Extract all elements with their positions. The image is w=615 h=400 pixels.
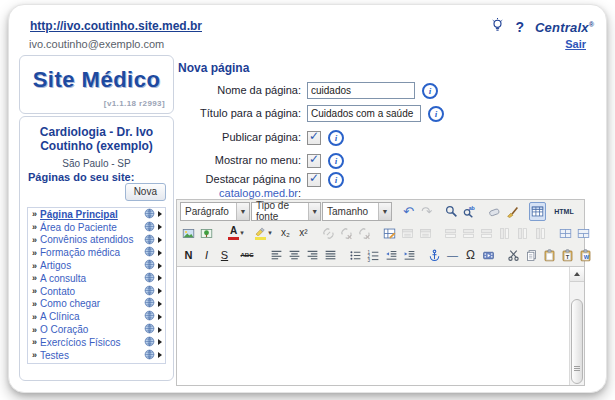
page-link[interactable]: A consulta — [40, 273, 86, 284]
sidebar-item-exercicios-fisicos[interactable]: »Exercícios Físicos — [28, 336, 165, 349]
sidebar-item-testes[interactable]: »Testes — [28, 349, 165, 362]
submenu-arrow-icon[interactable] — [158, 352, 162, 358]
globe-icon[interactable] — [144, 272, 155, 285]
page-link[interactable]: Testes — [40, 350, 69, 361]
paste-word-icon[interactable]: W — [577, 246, 594, 265]
underline-icon[interactable]: S — [216, 246, 233, 265]
catalogo-link[interactable]: catalogo.med.br — [219, 187, 298, 199]
sidebar-item-area-do-paciente[interactable]: »Área do Paciente — [28, 221, 165, 234]
font-color-icon[interactable]: A▾ — [223, 224, 249, 243]
align-right-icon[interactable] — [304, 246, 321, 265]
cut-icon[interactable] — [505, 246, 522, 265]
highlight-color-icon[interactable]: ▾ — [250, 224, 276, 243]
indent-icon[interactable] — [401, 246, 418, 265]
page-link[interactable]: Formação médica — [40, 247, 120, 258]
page-name-input[interactable] — [307, 82, 415, 99]
globe-icon[interactable] — [144, 349, 155, 362]
format-select[interactable]: Parágrafo▼ — [180, 202, 250, 221]
sidebar-item-a-clinica[interactable]: »A Clínica — [28, 310, 165, 323]
page-link[interactable]: A Clínica — [40, 311, 79, 322]
anchor-icon[interactable] — [426, 246, 443, 265]
sidebar-item-o-coracao[interactable]: »O Coração — [28, 323, 165, 336]
undo-icon[interactable]: ↶ — [400, 202, 417, 221]
submenu-arrow-icon[interactable] — [158, 224, 162, 230]
page-link[interactable]: Área do Paciente — [40, 222, 117, 233]
superscript-icon[interactable]: x² — [295, 224, 312, 243]
page-link[interactable]: Como chegar — [40, 298, 100, 309]
align-center-icon[interactable] — [286, 246, 303, 265]
font-family-select[interactable]: Tipo de fonte▼ — [251, 202, 321, 221]
submenu-arrow-icon[interactable] — [158, 237, 162, 243]
lightbulb-icon[interactable] — [491, 17, 504, 37]
logout-link[interactable]: Sair — [565, 38, 586, 50]
media-icon[interactable] — [480, 246, 497, 265]
editor-content[interactable] — [177, 266, 584, 385]
new-page-button[interactable]: Nova — [125, 183, 166, 201]
site-url-link[interactable]: http://ivo.coutinho.site.med.br — [30, 19, 202, 33]
page-link[interactable]: Contato — [40, 286, 75, 297]
page-link[interactable]: Página Principal — [40, 209, 118, 220]
globe-icon[interactable] — [144, 208, 155, 221]
sidebar-item-a-consulta[interactable]: »A consulta — [28, 272, 165, 285]
html-source-icon[interactable]: HTML — [547, 202, 581, 221]
outdent-icon[interactable] — [383, 246, 400, 265]
edit-table-icon[interactable] — [381, 224, 398, 243]
globe-icon[interactable] — [144, 285, 155, 298]
feature-checkbox[interactable] — [307, 173, 321, 187]
show-menu-checkbox[interactable] — [307, 154, 321, 168]
find-replace-icon[interactable]: ab — [461, 202, 478, 221]
submenu-arrow-icon[interactable] — [158, 314, 162, 320]
info-icon[interactable]: i — [428, 106, 444, 122]
scroll-up-icon[interactable] — [570, 267, 584, 282]
info-icon[interactable]: i — [422, 83, 438, 99]
align-justify-icon[interactable] — [322, 246, 339, 265]
merge-cells-icon[interactable] — [575, 224, 592, 243]
globe-icon[interactable] — [144, 336, 155, 349]
globe-icon[interactable] — [144, 323, 155, 336]
split-cells-icon[interactable] — [557, 224, 574, 243]
horizontal-rule-icon[interactable]: — — [444, 246, 461, 265]
info-icon[interactable]: i — [328, 130, 344, 146]
visual-aid-table-icon[interactable] — [529, 202, 546, 221]
help-icon[interactable]: ? — [515, 19, 524, 35]
copy-icon[interactable] — [523, 246, 540, 265]
cleanup-icon[interactable] — [504, 202, 521, 221]
submenu-arrow-icon[interactable] — [158, 263, 162, 269]
page-link[interactable]: Convênios atendidos — [40, 234, 133, 245]
globe-icon[interactable] — [144, 246, 155, 259]
submenu-arrow-icon[interactable] — [158, 275, 162, 281]
subscript-icon[interactable]: x₂ — [277, 224, 294, 243]
strikethrough-icon[interactable]: ABC — [234, 246, 260, 265]
submenu-arrow-icon[interactable] — [158, 339, 162, 345]
page-link[interactable]: O Coração — [40, 324, 88, 335]
page-link[interactable]: Exercícios Físicos — [40, 337, 121, 348]
globe-icon[interactable] — [144, 259, 155, 272]
paste-icon[interactable] — [541, 246, 558, 265]
publish-checkbox[interactable] — [307, 131, 321, 145]
find-icon[interactable] — [443, 202, 460, 221]
page-title-input[interactable] — [307, 105, 421, 122]
sidebar-item-contato[interactable]: »Contato — [28, 285, 165, 298]
remove-format-icon[interactable] — [486, 202, 503, 221]
numbered-list-icon[interactable]: 123 — [365, 246, 382, 265]
scrollbar[interactable] — [569, 267, 584, 385]
scrollbar-thumb[interactable] — [571, 299, 583, 384]
special-char-icon[interactable]: Ω — [462, 246, 479, 265]
globe-icon[interactable] — [144, 310, 155, 323]
bullet-list-icon[interactable] — [347, 246, 364, 265]
sidebar-item-formacao-medica[interactable]: »Formação médica — [28, 246, 165, 259]
bold-icon[interactable]: N — [180, 246, 197, 265]
submenu-arrow-icon[interactable] — [158, 301, 162, 307]
submenu-arrow-icon[interactable] — [158, 288, 162, 294]
sidebar-item-pagina-principal[interactable]: »Página Principal — [28, 208, 165, 221]
info-icon[interactable]: i — [328, 153, 344, 169]
font-size-select[interactable]: Tamanho▼ — [322, 202, 392, 221]
sidebar-item-como-chegar[interactable]: »Como chegar — [28, 298, 165, 311]
globe-icon[interactable] — [144, 234, 155, 247]
sidebar-item-convenios-atendidos[interactable]: »Convênios atendidos — [28, 234, 165, 247]
italic-icon[interactable]: I — [198, 246, 215, 265]
globe-icon[interactable] — [144, 297, 155, 310]
paste-text-icon[interactable]: T — [559, 246, 576, 265]
submenu-arrow-icon[interactable] — [158, 211, 162, 217]
align-left-icon[interactable] — [268, 246, 285, 265]
